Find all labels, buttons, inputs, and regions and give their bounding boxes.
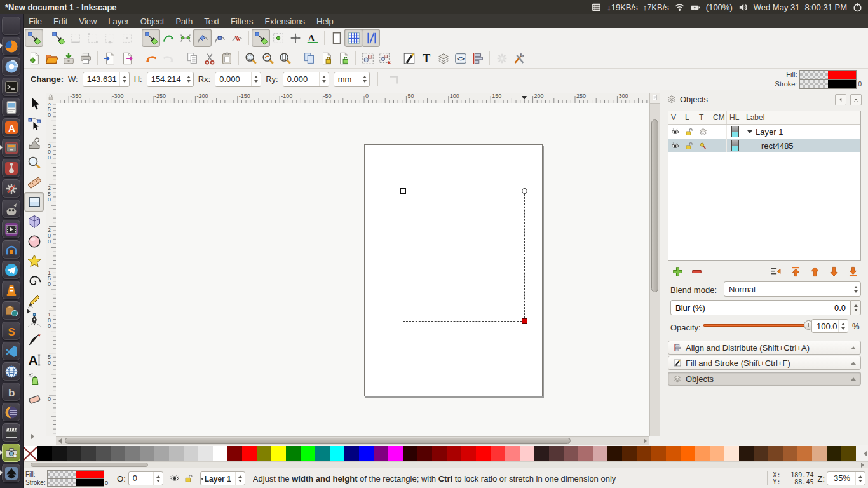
vertical-scrollbar[interactable] — [649, 93, 660, 436]
horizontal-ruler[interactable]: -350-300-250-200-150-100-500501001502002… — [56, 93, 649, 104]
blend-spinner[interactable] — [851, 282, 860, 296]
rect-height-input[interactable]: 154.214 — [147, 72, 194, 87]
rect-height-spinner[interactable] — [184, 72, 193, 86]
tool-star[interactable] — [25, 252, 43, 270]
menu-filters[interactable]: Filters — [225, 14, 259, 28]
vertical-scrollbar-thumb[interactable] — [651, 119, 658, 292]
raise-to-top-button[interactable] — [789, 264, 803, 278]
opacity-spinner[interactable] — [838, 320, 848, 332]
battery-icon[interactable] — [690, 2, 701, 13]
tool-box3d[interactable] — [25, 212, 43, 231]
launcher-video[interactable] — [2, 220, 20, 238]
new-document-button[interactable] — [25, 50, 43, 67]
color-swatch[interactable] — [564, 446, 578, 461]
highlight-color-swatch[interactable] — [727, 139, 743, 152]
color-swatch[interactable] — [271, 446, 286, 461]
redo-button[interactable] — [159, 50, 177, 67]
color-swatch[interactable] — [534, 446, 549, 461]
color-swatch[interactable] — [301, 446, 315, 461]
menu-edit[interactable]: Edit — [48, 14, 73, 28]
color-swatch[interactable] — [447, 446, 461, 461]
scroll-right-arrow[interactable] — [644, 438, 647, 444]
tool-ellipse[interactable] — [25, 232, 43, 250]
color-swatch[interactable] — [651, 446, 666, 461]
visibility-eye-icon[interactable] — [668, 139, 682, 152]
tool-spiral[interactable] — [25, 271, 43, 290]
color-swatch[interactable] — [330, 446, 344, 461]
print-document-button[interactable] — [77, 50, 94, 67]
launcher-firefox[interactable] — [2, 37, 20, 55]
zoom-to-page-button[interactable] — [276, 50, 294, 67]
launcher-clapper[interactable] — [2, 423, 20, 442]
snap-object-centers-button[interactable] — [269, 29, 287, 46]
color-swatch[interactable] — [783, 446, 797, 461]
color-swatch[interactable] — [461, 446, 476, 461]
undo-button[interactable] — [142, 50, 159, 67]
snap-page-border-button[interactable] — [328, 29, 345, 46]
object-label[interactable]: rect4485 — [743, 139, 860, 152]
color-swatch[interactable] — [154, 446, 169, 461]
color-swatch[interactable] — [593, 446, 607, 461]
handle-bottom-right[interactable] — [522, 318, 527, 324]
clip-mask-cell[interactable] — [710, 125, 727, 139]
vertical-ruler[interactable]: 350300250200150100500 — [46, 103, 57, 436]
color-swatch[interactable] — [607, 446, 622, 461]
fill-swatch[interactable] — [799, 70, 857, 79]
launcher-globe[interactable] — [2, 362, 20, 381]
raise-button[interactable] — [808, 264, 822, 278]
color-swatch[interactable] — [797, 446, 812, 461]
color-swatch[interactable] — [227, 446, 242, 461]
color-swatch[interactable] — [184, 446, 198, 461]
highlight-color-swatch[interactable] — [727, 125, 743, 139]
dock-fill-stroke[interactable]: Fill and Stroke (Shift+Ctrl+F) — [668, 356, 861, 370]
lower-button[interactable] — [827, 264, 841, 278]
swatch-none[interactable] — [23, 446, 37, 461]
launcher-chromium[interactable] — [2, 57, 20, 76]
launcher-archive[interactable] — [2, 139, 20, 157]
tool-calligraphy[interactable] — [25, 330, 43, 349]
color-swatch[interactable] — [739, 446, 754, 461]
launcher-vscode[interactable] — [2, 342, 20, 360]
launcher-ubuntu-dash[interactable] — [2, 17, 20, 35]
zoom-to-drawing-button[interactable] — [259, 50, 276, 67]
snap-other-points-button[interactable] — [252, 29, 269, 46]
dock-align-distribute[interactable]: Align and Distribute (Shift+Ctrl+A) — [668, 341, 861, 355]
color-swatch[interactable] — [754, 446, 768, 461]
launcher-terminal[interactable] — [2, 78, 20, 96]
color-swatch[interactable] — [81, 446, 96, 461]
zoom-spinner[interactable] — [855, 472, 865, 485]
color-swatch[interactable] — [242, 446, 257, 461]
dock-objects[interactable]: Objects — [668, 372, 861, 386]
input-devices-button[interactable] — [510, 50, 527, 67]
snap-bbox-centers-button[interactable] — [118, 29, 135, 46]
color-swatch[interactable] — [111, 446, 125, 461]
rect-width-input[interactable]: 143.631 — [83, 72, 130, 87]
color-swatch[interactable] — [768, 446, 783, 461]
cut-button[interactable] — [201, 50, 218, 67]
menu-extensions[interactable]: Extensions — [259, 14, 311, 28]
launcher-package[interactable] — [2, 301, 20, 320]
launcher-jockey[interactable] — [2, 159, 20, 177]
open-align-dialog-button[interactable] — [469, 50, 486, 67]
handle-top-left[interactable] — [400, 188, 406, 194]
layer-visibility-icon[interactable] — [170, 473, 180, 484]
launcher-bing[interactable]: b — [2, 383, 20, 401]
color-swatch[interactable] — [257, 446, 271, 461]
paste-button[interactable] — [218, 50, 235, 67]
snap-bbox-edge-midpoints-button[interactable] — [101, 29, 118, 46]
duplicate-button[interactable] — [301, 50, 318, 67]
color-swatch[interactable] — [213, 446, 227, 461]
lock-icon[interactable] — [682, 125, 696, 139]
create-clone-button[interactable] — [318, 50, 335, 67]
layer-lock-icon[interactable] — [184, 473, 194, 484]
color-swatch[interactable] — [96, 446, 111, 461]
tool-measure[interactable] — [25, 173, 43, 191]
color-swatch[interactable] — [359, 446, 374, 461]
rect-ry-input[interactable]: 0.000 — [283, 72, 329, 87]
snap-rotation-centers-button[interactable] — [287, 29, 304, 46]
rect-rx-spinner[interactable] — [251, 72, 261, 86]
unlink-clone-button[interactable] — [335, 50, 352, 67]
group-button[interactable] — [359, 50, 376, 67]
palette-scrollbar-thumb[interactable] — [31, 463, 148, 467]
open-fill-stroke-dialog-button[interactable] — [400, 50, 417, 67]
